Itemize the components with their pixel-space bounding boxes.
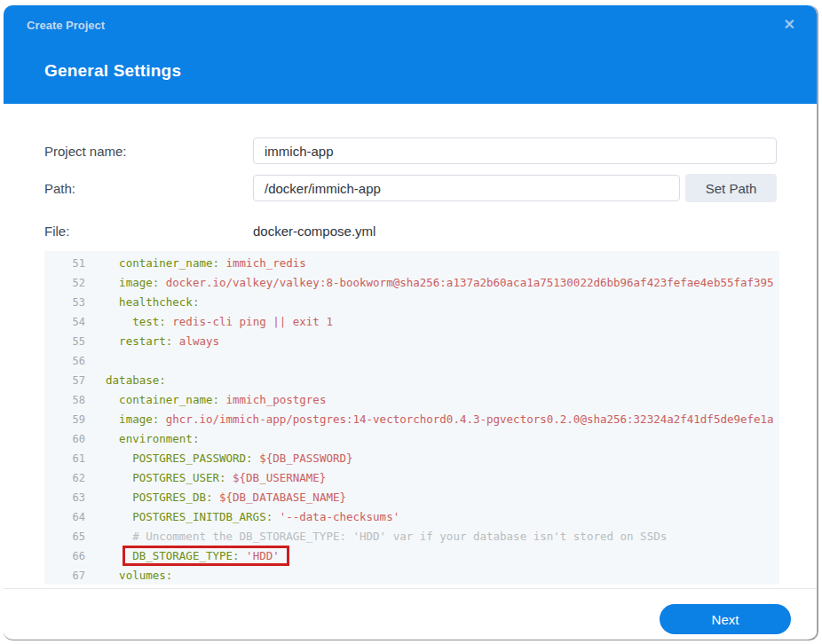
highlight-annotation-box: DB_STORAGE_TYPE: 'HDD' [125,548,287,563]
line-number: 55 [44,332,85,351]
code-text: POSTGRES_INITDB_ARGS: '--data-checksums' [92,507,399,527]
compose-code-editor[interactable]: 51 container_name: immich_redis52 image:… [44,251,779,585]
code-line: 65 # Uncomment the DB_STORAGE_TYPE: 'HDD… [44,527,779,546]
code-text: POSTGRES_PASSWORD: ${DB_PASSWORD} [92,449,353,468]
dialog-header: Create Project ✕ General Settings [4,5,817,104]
code-line: 63 POSTGRES_DB: ${DB_DATABASE_NAME} [44,488,779,507]
code-line: 56 [44,351,779,371]
code-line: 54 test: redis-cli ping || exit 1 [44,312,779,332]
line-number: 58 [44,390,85,410]
line-number: 63 [44,488,85,507]
code-text: # Uncomment the DB_STORAGE_TYPE: 'HDD' v… [92,527,667,546]
create-project-dialog: Create Project ✕ General Settings Projec… [4,5,818,640]
code-line: 51 container_name: immich_redis [44,254,779,273]
close-icon[interactable]: ✕ [784,15,795,35]
file-value: docker-compose.yml [253,224,375,239]
code-line: 64 POSTGRES_INITDB_ARGS: '--data-checksu… [44,507,779,527]
path-label: Path: [44,181,253,196]
line-number: 60 [44,429,85,449]
code-text: database: [92,371,166,390]
code-text: environment: [92,429,199,449]
file-label: File: [44,224,253,239]
code-text: DB_STORAGE_TYPE: 'HDD' [92,546,280,566]
code-line: 55 restart: always [44,332,779,351]
line-number: 51 [44,254,85,273]
code-line: 66 DB_STORAGE_TYPE: 'HDD' [44,546,779,566]
line-number: 64 [44,507,85,527]
code-text: healthcheck: [92,293,199,312]
code-line: 58 container_name: immich_postgres [44,390,779,410]
code-text: container_name: immich_postgres [92,390,326,410]
path-input[interactable] [253,175,680,201]
project-name-input[interactable] [253,137,777,164]
line-number: 61 [44,449,85,468]
code-line: 61 POSTGRES_PASSWORD: ${DB_PASSWORD} [44,449,779,468]
line-number: 59 [44,410,85,429]
dialog-footer: Next [4,588,817,640]
file-row: File: docker-compose.yml [44,216,375,245]
code-text: POSTGRES_DB: ${DB_DATABASE_NAME} [92,488,346,507]
code-line: 59 image: ghcr.io/immich-app/postgres:14… [44,410,779,429]
code-text: image: docker.io/valkey/valkey:8-bookwor… [92,273,774,293]
code-line: 52 image: docker.io/valkey/valkey:8-book… [44,273,779,293]
line-number: 57 [44,371,85,390]
line-number: 54 [44,312,85,332]
line-number: 62 [44,468,85,488]
code-line: 53 healthcheck: [44,293,779,312]
line-number: 67 [44,566,85,585]
line-number: 65 [44,527,85,546]
code-text: restart: always [92,332,219,351]
line-number: 66 [44,546,85,566]
code-line: 67 volumes: [44,566,779,585]
code-text: test: redis-cli ping || exit 1 [92,312,333,332]
line-number: 53 [44,293,85,312]
path-row: Path: Set Path [44,174,777,202]
code-line: 60 environment: [44,429,779,449]
code-line: 62 POSTGRES_USER: ${DB_USERNAME} [44,468,779,488]
screen: Create Project ✕ General Settings Projec… [0,0,822,644]
line-number: 52 [44,273,85,293]
set-path-button[interactable]: Set Path [685,174,777,202]
code-line: 57 database: [44,371,779,390]
page-title: General Settings [44,61,181,81]
code-text: volumes: [92,566,172,585]
dialog-title: Create Project [27,19,105,32]
line-number: 56 [44,351,85,371]
code-text: container_name: immich_redis [92,254,306,273]
project-name-label: Project name: [44,144,253,159]
project-name-row: Project name: [44,137,777,165]
code-text: image: ghcr.io/immich-app/postgres:14-ve… [92,410,774,429]
next-button[interactable]: Next [660,604,791,634]
code-text: POSTGRES_USER: ${DB_USERNAME} [92,468,326,488]
